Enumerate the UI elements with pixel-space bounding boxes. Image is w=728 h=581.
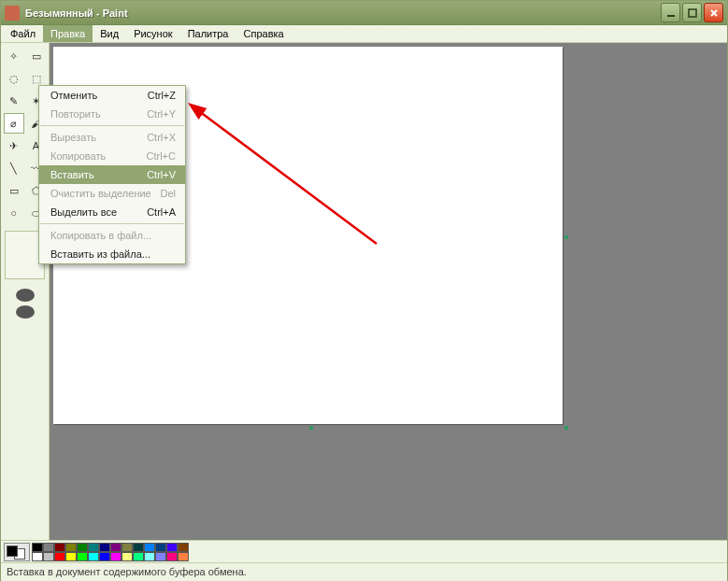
status-text: Вставка в документ содержимого буфера об…: [7, 566, 247, 577]
color-swatches: [32, 543, 189, 561]
color-swatch[interactable]: [65, 552, 77, 561]
menu-item--[interactable]: Вставить из файла...: [39, 245, 185, 263]
color-swatch[interactable]: [110, 543, 121, 552]
menu-item--[interactable]: ВставитьCtrl+V: [39, 165, 185, 184]
menu-item--: ВырезатьCtrl+X: [39, 128, 185, 147]
tool-button[interactable]: ✎: [4, 91, 24, 111]
palette-bar: [1, 540, 727, 562]
tool-button[interactable]: ◌: [4, 68, 24, 89]
color-swatch[interactable]: [121, 552, 133, 561]
tool-button[interactable]: ✧: [4, 46, 24, 66]
menu-separator: [40, 223, 184, 224]
brush-shape-icon[interactable]: [16, 289, 35, 302]
color-swatch[interactable]: [110, 552, 121, 561]
tool-button[interactable]: ✈: [4, 135, 24, 156]
menu-item--: Копировать в файл...: [39, 226, 185, 245]
menu-item--[interactable]: Выделить всеCtrl+A: [39, 203, 185, 221]
color-swatch[interactable]: [166, 543, 178, 552]
color-swatch[interactable]: [88, 552, 99, 561]
menu-палитра[interactable]: Палитра: [180, 25, 236, 42]
tool-button[interactable]: ○: [4, 203, 24, 223]
resize-handle[interactable]: [564, 235, 568, 239]
color-swatch[interactable]: [65, 543, 77, 552]
resize-handle[interactable]: [309, 426, 313, 430]
color-swatch[interactable]: [77, 552, 88, 561]
tool-button[interactable]: ▭: [26, 46, 47, 66]
color-swatch[interactable]: [32, 552, 43, 561]
color-swatch[interactable]: [133, 552, 144, 561]
color-swatch[interactable]: [54, 552, 65, 561]
color-swatch[interactable]: [178, 552, 189, 561]
menu-item--: Очистить выделениеDel: [39, 184, 185, 203]
tool-button[interactable]: ╲: [4, 158, 24, 178]
current-colors[interactable]: [4, 543, 30, 561]
brush-shape-icon[interactable]: [16, 305, 35, 319]
color-swatch[interactable]: [99, 543, 110, 552]
edit-menu-dropdown: ОтменитьCtrl+ZПовторитьCtrl+YВырезатьCtr…: [38, 85, 186, 264]
workarea: ✧▭◌⬚✎✶⌀🖌✈A╲〰▭⬠○⬭ ОтменитьCtrl+ZПовторить…: [1, 43, 727, 540]
color-swatch[interactable]: [77, 543, 88, 552]
color-swatch[interactable]: [133, 543, 144, 552]
tool-button[interactable]: ⌀: [4, 113, 24, 134]
maximize-button[interactable]: [682, 3, 702, 22]
menubar: ФайлПравкаВидРисунокПалитраСправка: [1, 25, 727, 43]
app-window: Безымянный - Paint ФайлПравкаВидРисунокП…: [0, 0, 728, 581]
color-swatch[interactable]: [178, 543, 189, 552]
svg-rect-0: [667, 15, 675, 17]
menu-правка[interactable]: Правка: [43, 25, 93, 42]
color-swatch[interactable]: [43, 552, 54, 561]
color-swatch[interactable]: [54, 543, 65, 552]
color-swatch[interactable]: [99, 552, 110, 561]
color-swatch[interactable]: [166, 552, 178, 561]
menu-файл[interactable]: Файл: [3, 25, 43, 42]
close-button[interactable]: [704, 3, 723, 22]
statusbar: Вставка в документ содержимого буфера об…: [1, 562, 727, 581]
color-swatch[interactable]: [43, 543, 54, 552]
menu-separator: [40, 125, 184, 126]
app-icon: [5, 6, 20, 21]
menu-item--: ПовторитьCtrl+Y: [39, 105, 185, 123]
menu-рисунок[interactable]: Рисунок: [126, 25, 180, 42]
titlebar[interactable]: Безымянный - Paint: [1, 1, 727, 25]
tool-button[interactable]: ▭: [4, 180, 24, 201]
menu-справка[interactable]: Справка: [236, 25, 292, 42]
resize-handle[interactable]: [564, 426, 568, 430]
color-swatch[interactable]: [155, 552, 166, 561]
color-swatch[interactable]: [121, 543, 133, 552]
window-title: Безымянный - Paint: [25, 7, 661, 19]
foreground-color-swatch: [7, 546, 18, 557]
color-swatch[interactable]: [155, 543, 166, 552]
color-swatch[interactable]: [32, 543, 43, 552]
brush-shapes: [16, 289, 35, 319]
window-controls: [661, 3, 723, 22]
color-swatch[interactable]: [144, 552, 155, 561]
color-swatch[interactable]: [88, 543, 99, 552]
menu-вид[interactable]: Вид: [93, 25, 126, 42]
menu-item--[interactable]: ОтменитьCtrl+Z: [39, 86, 185, 105]
menu-item--: КопироватьCtrl+C: [39, 147, 185, 165]
svg-rect-1: [689, 9, 696, 17]
color-swatch[interactable]: [144, 543, 155, 552]
minimize-button[interactable]: [661, 3, 680, 22]
